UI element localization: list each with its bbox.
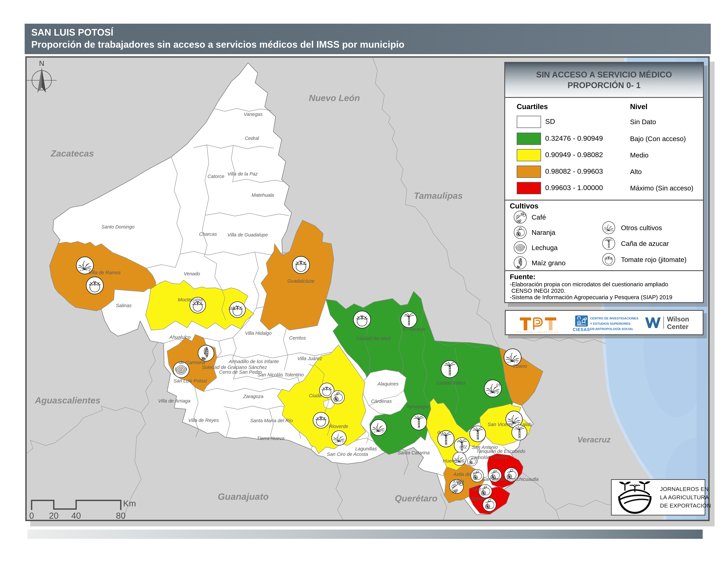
svg-text:Huehu: Huehu (443, 458, 457, 464)
svg-text:El Naranjo: El Naranjo (403, 327, 425, 332)
svg-text:Ciudad del Maíz: Ciudad del Maíz (356, 336, 391, 341)
svg-text:amolón Corona: amolón Corona (474, 455, 507, 460)
svg-text:San Luis Potosí: San Luis Potosí (173, 378, 207, 384)
svg-text:Rioverde: Rioverde (329, 424, 348, 429)
svg-text:Tamaulipas: Tamaulipas (414, 190, 463, 200)
svg-text:Km: Km (123, 499, 136, 508)
svg-text:uitz: uitz (459, 444, 467, 449)
svg-text:San Martín Chalchicuautla: San Martín Chalchicuautla (482, 477, 539, 482)
svg-text:0: 0 (29, 511, 34, 520)
svg-text:Alaquines: Alaquines (377, 381, 398, 387)
svg-text:Ahualulco: Ahualulco (169, 335, 190, 340)
svg-text:Villa de Ramos: Villa de Ramos (89, 270, 121, 275)
svg-text:ín: ín (496, 382, 500, 388)
svg-text:San Ciro de Acosta: San Ciro de Acosta (327, 452, 368, 457)
svg-text:Guadalcázar: Guadalcázar (287, 278, 315, 284)
svg-text:Armadillo de los Infante: Armadillo de los Infante (228, 359, 279, 364)
svg-text:EVALUACIÓN Y PROYECTOS S.C.: EVALUACIÓN Y PROYECTOS S.C. (517, 331, 560, 334)
svg-text:80: 80 (116, 511, 126, 520)
svg-text:Zacatecas: Zacatecas (50, 148, 94, 158)
svg-text:ón: ón (437, 430, 443, 435)
svg-text:Venado: Venado (184, 271, 200, 276)
svg-text:sta: sta (228, 306, 235, 311)
svg-text:40: 40 (71, 511, 81, 520)
svg-text:Matehuala: Matehuala (251, 192, 274, 198)
svg-text:CIESAS: CIESAS (573, 327, 590, 332)
svg-text:Villa Juárez: Villa Juárez (297, 356, 322, 361)
svg-text:Xilitla: Xilitla (452, 479, 464, 484)
svg-text:Santa María del Río: Santa María del Río (250, 418, 293, 423)
svg-text:Santa Catarina: Santa Catarina (398, 450, 430, 455)
svg-text:Charcas: Charcas (199, 231, 217, 237)
svg-text:Center: Center (667, 323, 688, 331)
svg-text:Cárdenas: Cárdenas (371, 399, 392, 404)
svg-text:Mat: Mat (473, 487, 481, 492)
svg-text:San Antonio: San Antonio (472, 445, 498, 450)
svg-text:de Carmona: de Carmona (179, 360, 205, 365)
svg-text:Aguascalientes: Aguascalientes (35, 395, 100, 405)
svg-text:Villa de Arriaga: Villa de Arriaga (158, 398, 190, 404)
svg-text:Moctezuma: Moctezuma (178, 297, 203, 303)
svg-text:San Nicolás Tolentino: San Nicolás Tolentino (257, 372, 304, 377)
svg-text:Cerro de San Pedro: Cerro de San Pedro (219, 370, 262, 375)
svg-text:Nuevo León: Nuevo León (309, 93, 360, 103)
svg-text:Zaragoza: Zaragoza (243, 394, 264, 399)
svg-text:Villa de Reyes: Villa de Reyes (188, 418, 219, 423)
svg-text:Villa Hidalgo: Villa Hidalgo (245, 331, 272, 336)
svg-text:EN ANTROPOLOGÍA SOCIAL: EN ANTROPOLOGÍA SOCIAL (590, 327, 634, 331)
svg-text:Veracruz: Veracruz (577, 435, 611, 444)
svg-text:Tierra Nueva: Tierra Nueva (257, 436, 284, 441)
svg-text:Cerritos: Cerritos (289, 335, 306, 341)
svg-text:Guanajuato: Guanajuato (218, 491, 269, 502)
svg-text:Ebano: Ebano (513, 364, 527, 369)
svg-text:Axtla de T: Axtla de T (453, 472, 475, 477)
svg-text:N: N (39, 59, 44, 67)
svg-text:Wilson: Wilson (667, 315, 689, 323)
svg-text:Catorce: Catorce (207, 174, 224, 179)
svg-text:Y ESTUDIOS SUPERIORES: Y ESTUDIOS SUPERIORES (590, 322, 631, 326)
svg-text:Santo Domingo: Santo Domingo (101, 224, 135, 229)
svg-text:Soledad de Graciano Sánchez: Soledad de Graciano Sánchez (202, 365, 267, 370)
svg-text:Villa de Guadalupe: Villa de Guadalupe (227, 232, 268, 237)
svg-text:Querétaro: Querétaro (395, 493, 437, 503)
svg-text:20: 20 (49, 511, 59, 520)
svg-text:Tamasopo: Tamasopo (407, 404, 429, 409)
svg-text:Salinas: Salinas (116, 303, 132, 308)
svg-text:San Vicente: San Vicente (488, 422, 513, 427)
svg-text:alab: alab (523, 422, 532, 427)
svg-text:Villa de la Paz: Villa de la Paz (227, 171, 258, 176)
svg-text:Ciuda: Ciuda (309, 393, 321, 398)
svg-text:Vanegas: Vanegas (244, 112, 262, 117)
svg-text:Cedral: Cedral (245, 136, 259, 141)
svg-text:CENTRO DE INVESTIGACIONES: CENTRO DE INVESTIGACIONES (590, 317, 638, 320)
svg-text:Tamaz: Tamaz (471, 496, 485, 501)
svg-text:Ciudad Valles: Ciudad Valles (436, 380, 466, 386)
svg-text:Lagunillas: Lagunillas (355, 446, 377, 451)
